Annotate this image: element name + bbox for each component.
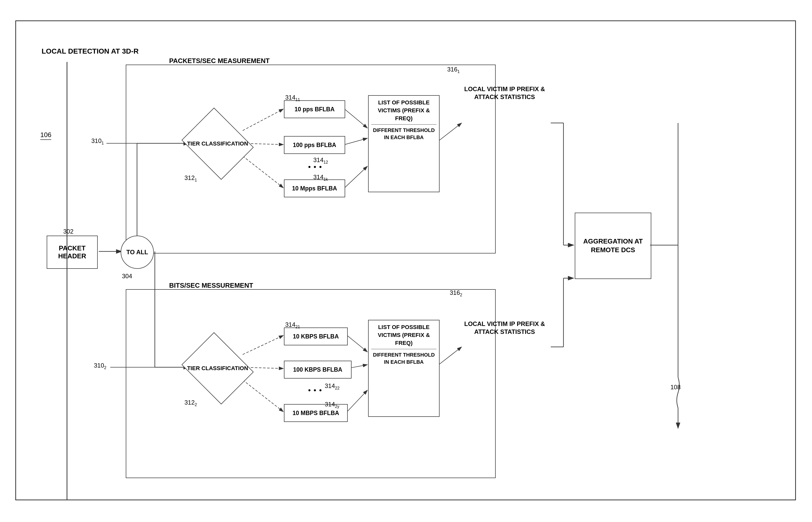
measurement-box-bottom [126,289,496,478]
bflba-bot-1: 10 KBPS BFLBA [284,327,348,345]
bottom-ellipsis: • • • [308,386,322,394]
ref-314-21: 31421 [285,321,300,329]
ref-310-2: 3102 [94,362,106,370]
victims-box-bottom: LIST OF POSSIBLE VICTIMS (PREFIX & FREQ)… [368,320,440,417]
ref-314-2y: 3142y [325,401,339,409]
top-ellipsis: • • • [308,163,322,171]
bflba-top-2: 100 pps BFLBA [284,136,345,154]
ref-314-11: 31411 [285,94,300,102]
bflba-top-1: 10 pps BFLBA [284,100,345,118]
ref-314-22: 31422 [325,382,339,390]
aggregation-box: AGGREGATION AT REMOTE DCS [575,213,651,279]
ref-310-1: 3101 [91,137,104,145]
tier-label-bottom: TIER CLASSIFICATION [182,347,253,390]
ref-108: 108 [670,384,681,391]
packet-header-box: PACKET HEADER [47,236,98,269]
local-victim-bottom: LOCAL VICTIM IP PREFIX & ATTACK STATISTI… [462,320,547,336]
to-all-circle: TO ALL [121,236,154,269]
measurement-box-top [126,65,496,254]
ref-302: 302 [63,228,74,235]
bflba-top-3: 10 Mpps BFLBA [284,179,345,197]
ref-312-2: 3122 [184,399,197,407]
ref-106: 106 [40,131,51,140]
ref-304: 304 [122,273,132,280]
ref-314-1k: 3141k [313,174,328,182]
bflba-bot-2: 100 KBPS BFLBA [284,361,352,379]
ref-312-1: 3121 [184,174,197,182]
ref-316-2: 3162 [450,289,462,297]
local-detection-label: LOCAL DETECTION AT 3D-R [42,47,139,56]
ref-316-1: 3161 [447,66,460,74]
local-victim-top: LOCAL VICTIM IP PREFIX & ATTACK STATISTI… [462,85,547,101]
bits-sec-label: BITS/SEC MESSUREMENT [169,282,253,289]
packets-sec-label: PACKETS/SEC MEASUREMENT [169,57,270,65]
tier-label-top: TIER CLASSIFICATION [182,122,253,165]
main-diagram: LOCAL DETECTION AT 3D-R 106 PACKETS/SEC … [15,20,796,500]
victims-box-top: LIST OF POSSIBLE VICTIMS (PREFIX & FREQ)… [368,95,440,192]
